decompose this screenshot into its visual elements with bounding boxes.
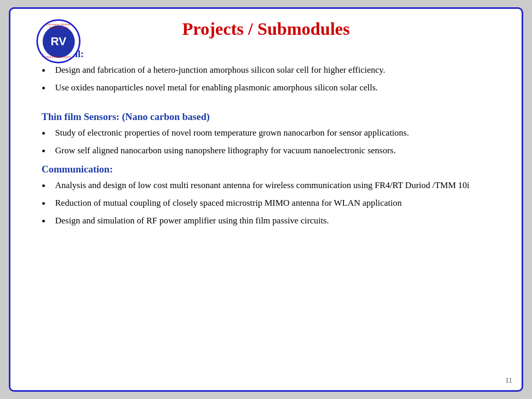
logo-arc-bottom: INSTITUTIONS [38, 56, 79, 59]
bullet-text: Design and simulation of RF power amplif… [55, 215, 496, 228]
thin-film-heading: Thin film Sensors: (Nano carbon based) [42, 111, 496, 123]
logo-arc-top: Rashtreeya Sikshana Samithi Trust [38, 23, 79, 29]
list-item: • Grow self aligned nanocarbon using nan… [42, 144, 496, 158]
list-item: • Reduction of mutual coupling of closel… [42, 197, 496, 210]
section-thin-film: Thin film Sensors: (Nano carbon based) •… [42, 111, 496, 158]
bullet-icon: • [42, 179, 53, 193]
list-item: • Use oxides nanoparticles novel metal f… [42, 82, 496, 95]
bullet-icon: • [42, 144, 53, 158]
bullet-text: Study of electronic properties of novel … [55, 127, 496, 140]
spacer [42, 101, 496, 106]
bullet-icon: • [42, 82, 53, 95]
list-item: • Analysis and design of low cost multi … [42, 179, 496, 193]
bullet-text: Grow self aligned nanocarbon using nanop… [55, 144, 496, 157]
slide: Rashtreeya Sikshana Samithi Trust RV INS… [9, 7, 523, 392]
bullet-icon: • [42, 64, 53, 77]
bullet-text: Analysis and design of low cost multi re… [55, 179, 496, 192]
slide-title: Projects / Submodules [36, 19, 496, 39]
solar-cell-bullets: • Design and fabrication of a hetero-jun… [42, 64, 496, 96]
bullet-text: Design and fabrication of a hetero-junct… [55, 64, 496, 77]
bullet-text: Reduction of mutual coupling of closely … [55, 197, 496, 210]
bullet-icon: • [42, 197, 53, 210]
bullet-text: Use oxides nanoparticles novel metal for… [55, 82, 496, 95]
section-solar-cell: Solar cell: • Design and fabrication of … [42, 48, 496, 96]
communication-bullets: • Analysis and design of low cost multi … [42, 179, 496, 229]
list-item: • Study of electronic properties of nove… [42, 127, 496, 140]
logo: Rashtreeya Sikshana Samithi Trust RV INS… [36, 19, 81, 63]
list-item: • Design and simulation of RF power ampl… [42, 215, 496, 228]
section-communication: Communication: • Analysis and design of … [42, 164, 496, 229]
solar-cell-heading: Solar cell: [42, 48, 496, 60]
page-number: 11 [506, 377, 512, 385]
list-item: • Design and fabrication of a hetero-jun… [42, 64, 496, 77]
logo-rv-text: RV [50, 36, 66, 47]
bullet-icon: • [42, 215, 53, 228]
communication-heading: Communication: [42, 164, 496, 175]
slide-header: Rashtreeya Sikshana Samithi Trust RV INS… [36, 19, 496, 39]
thin-film-bullets: • Study of electronic properties of nove… [42, 127, 496, 158]
bullet-icon: • [42, 127, 53, 140]
slide-content: Solar cell: • Design and fabrication of … [36, 48, 496, 229]
